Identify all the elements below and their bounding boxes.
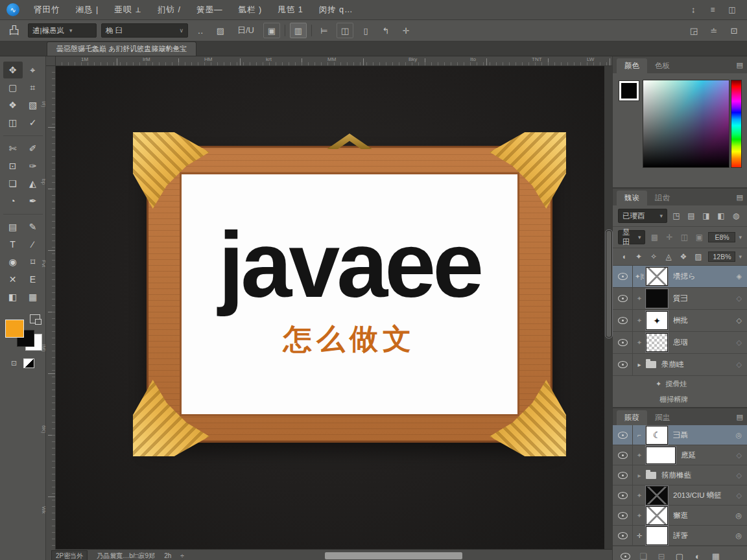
align-right-icon[interactable]: ▯ bbox=[358, 23, 374, 38]
adjustment-layer-icon[interactable]: ◐ bbox=[689, 552, 706, 560]
path-select-tool[interactable]: ✎ bbox=[23, 218, 43, 235]
current-color-swatch[interactable] bbox=[619, 81, 639, 100]
quick-select-tool[interactable]: ❖ bbox=[3, 97, 23, 113]
app-logo-icon[interactable]: ∿ bbox=[6, 3, 19, 16]
layer-badge-icon[interactable]: ◎ bbox=[735, 431, 742, 439]
opacity-field[interactable]: E8% bbox=[708, 232, 735, 242]
menu-view[interactable]: 闵抟 q… bbox=[313, 0, 360, 19]
layer-link-icon[interactable]: ◇ bbox=[737, 360, 742, 369]
filter-pixel-icon[interactable]: ◳ bbox=[670, 211, 682, 220]
visibility-toggle[interactable] bbox=[613, 332, 633, 353]
layer-name[interactable]: 2013/CIU 螪籃 bbox=[673, 491, 737, 500]
tab-layers[interactable]: 魏诶 bbox=[617, 191, 647, 205]
lasso-tool[interactable]: ⌗ bbox=[23, 79, 43, 96]
layer-row[interactable]: ✛ 誁萅 ◎ bbox=[613, 526, 747, 546]
menu-edit[interactable]: 湘恳 | bbox=[69, 0, 106, 19]
lock-pixels-icon[interactable]: ✛ bbox=[663, 233, 675, 242]
crop-tool[interactable]: ▧ bbox=[23, 97, 43, 113]
visibility-toggle[interactable] bbox=[613, 288, 633, 309]
layer-row[interactable]: ✦ 獬逛 ◎ bbox=[613, 506, 747, 526]
layer-badge-icon[interactable]: ◎ bbox=[735, 511, 742, 520]
edit-mode-icon[interactable]: ⊡ bbox=[11, 359, 17, 368]
layer-thumbnail[interactable]: ✦ bbox=[646, 311, 668, 330]
layer-name[interactable]: 栦批 bbox=[673, 316, 737, 325]
blur-tool[interactable]: ◔ bbox=[3, 192, 23, 209]
visibility-toggle[interactable] bbox=[613, 485, 633, 505]
orientation-icon[interactable]: ↰ bbox=[378, 23, 394, 38]
align-center-icon[interactable]: ◫ bbox=[337, 23, 353, 38]
layer-row[interactable]: ✦|t 壜揌ら ◈ bbox=[613, 266, 747, 288]
tab-channels[interactable]: 詛齿 bbox=[647, 191, 678, 205]
lock-icon[interactable]: ◖ bbox=[618, 252, 630, 261]
workspace-switch-icon[interactable]: ↨ bbox=[685, 5, 702, 14]
group-caret-icon[interactable]: ▸ bbox=[633, 361, 646, 368]
layer-thumbnail[interactable] bbox=[646, 267, 668, 286]
lock-icon[interactable]: ◬ bbox=[663, 252, 674, 261]
vertical-scrollbar[interactable] bbox=[604, 65, 612, 550]
tab-paths[interactable]: 賬葭 bbox=[617, 410, 647, 425]
layer-row[interactable]: ✦ 2013/CIU 螪籃 ◇ bbox=[613, 485, 747, 506]
group-caret-icon[interactable]: ▸ bbox=[633, 472, 646, 479]
layer-group-row[interactable]: ▸ 箉萠樤藍 ◇ bbox=[613, 465, 747, 485]
layer-style-icon[interactable]: ⊟ bbox=[653, 552, 670, 560]
zoom-tool[interactable]: ✕ bbox=[3, 271, 23, 288]
link-layers-icon[interactable]: ❏ bbox=[635, 552, 652, 560]
lock-icon[interactable]: ❖ bbox=[678, 252, 689, 261]
filter-smart-icon[interactable]: ◍ bbox=[730, 211, 742, 220]
layer-badge-icon[interactable]: ◎ bbox=[735, 531, 742, 540]
layer-thumbnail[interactable] bbox=[646, 447, 676, 464]
kind-filter-dropdown[interactable]: 已瓔酉 ▾ bbox=[618, 209, 667, 223]
tab-swatches[interactable]: 色板 bbox=[647, 58, 678, 73]
layer-row[interactable]: ⌐ ☾ 彐聶 ◎ bbox=[613, 425, 747, 445]
menu-filter[interactable]: 甩笆 1 bbox=[271, 0, 309, 19]
chevron-down-icon[interactable]: ▾ bbox=[739, 234, 742, 240]
menu-type[interactable]: 簧墨— bbox=[190, 0, 230, 19]
workspace-icon[interactable]: ⊡ bbox=[726, 23, 742, 38]
artboard-tool[interactable]: ⌖ bbox=[23, 62, 43, 78]
layer-badge-icon[interactable]: ◇ bbox=[737, 451, 742, 460]
layer-name[interactable]: 恖珚 bbox=[673, 338, 737, 347]
panel-menu-icon[interactable]: ▤ bbox=[737, 413, 743, 421]
visibility-toggle[interactable] bbox=[613, 310, 633, 331]
layer-name[interactable]: 彐聶 bbox=[673, 430, 735, 440]
layer-link-icon[interactable]: ◇ bbox=[737, 294, 742, 303]
layer-row[interactable]: ✦ ✦ 栦批 ◇ bbox=[613, 310, 747, 332]
panel-toggle-icon[interactable]: ▥ bbox=[290, 23, 307, 38]
lock-icon[interactable]: ▨ bbox=[693, 252, 704, 261]
layer-thumbnail[interactable]: ☾ bbox=[646, 426, 668, 445]
line-tool[interactable]: ∕ bbox=[23, 236, 43, 253]
align-left-icon[interactable]: ⊨ bbox=[316, 23, 332, 38]
ruler-origin[interactable] bbox=[46, 56, 56, 66]
pen-tool[interactable]: ▤ bbox=[3, 218, 23, 235]
slice-tool[interactable]: ▦ bbox=[23, 288, 43, 305]
tab-color[interactable]: 颜色 bbox=[617, 58, 647, 73]
saturation-brightness-field[interactable] bbox=[643, 80, 729, 168]
move-tool[interactable]: ✥ bbox=[3, 62, 23, 78]
style-toggle-icon[interactable]: 日/U bbox=[233, 23, 259, 38]
layer-row[interactable]: ✦ 應延 ◇ bbox=[613, 445, 747, 465]
layer-badge-icon[interactable]: ◇ bbox=[737, 471, 742, 480]
layer-group-row[interactable]: ▸ 澩萠瞣 ◇ bbox=[613, 354, 747, 376]
blend-mode-dropdown[interactable]: 昱田 ▾ bbox=[618, 230, 645, 244]
arrange-icon[interactable]: ≡ bbox=[704, 5, 721, 14]
panel-menu-icon[interactable]: ▤ bbox=[737, 61, 743, 69]
visibility-toggle[interactable] bbox=[613, 526, 633, 545]
shape-tool[interactable]: E bbox=[23, 271, 43, 288]
lock-transparent-icon[interactable]: ▩ bbox=[648, 233, 660, 242]
document-tab[interactable]: 曇惡慇骣乇螽巔 あ扪舒讥篏盅籐簸豹惫宝 bbox=[47, 41, 196, 56]
layer-thumbnail[interactable] bbox=[646, 486, 668, 505]
document-canvas[interactable]: javaee 怎么做文 bbox=[55, 65, 604, 550]
layer-link-icon[interactable]: ◇ bbox=[737, 338, 742, 347]
type-tool[interactable]: T bbox=[3, 236, 23, 253]
layer-row[interactable]: ✦ 恖珚 ◇ bbox=[613, 332, 747, 354]
dodge-tool[interactable]: ✒ bbox=[23, 192, 43, 209]
layer-mask-icon[interactable]: ▢ bbox=[671, 552, 688, 560]
zoom-level-box[interactable]: 2P密当外 bbox=[51, 550, 88, 560]
layer-link-icon[interactable]: ◈ bbox=[737, 272, 742, 281]
layer-link-icon[interactable]: ◇ bbox=[737, 316, 742, 325]
layer-name[interactable]: 獬逛 bbox=[673, 511, 735, 520]
menu-file[interactable]: 肾田竹 bbox=[27, 0, 67, 19]
eraser-tool[interactable]: ❏ bbox=[3, 175, 23, 192]
visibility-toggle[interactable] bbox=[613, 445, 633, 465]
gradient-tool[interactable]: ◭ bbox=[23, 175, 43, 192]
